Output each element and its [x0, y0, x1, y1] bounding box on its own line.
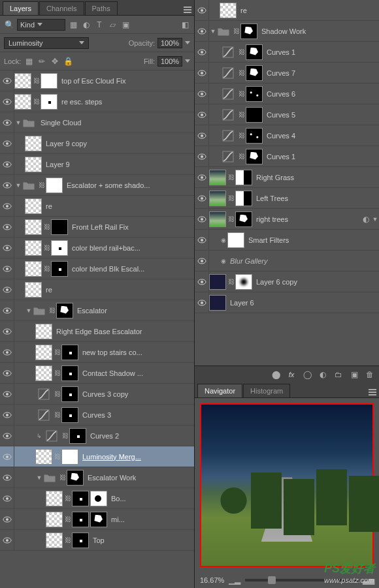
visibility-toggle[interactable]	[0, 405, 14, 426]
visibility-toggle[interactable]	[0, 279, 14, 300]
visibility-toggle[interactable]	[195, 0, 209, 21]
layer-name[interactable]: Curves 3	[80, 411, 194, 419]
layer-thumbnail[interactable]	[25, 157, 42, 172]
layer-name[interactable]: Escalator Work	[85, 474, 194, 482]
visibility-toggle[interactable]	[0, 70, 14, 91]
layer-thumbnail[interactable]	[46, 491, 63, 506]
layer-row[interactable]: ↳⛓Curves 2	[0, 426, 194, 446]
layer-row[interactable]: ⛓Layer 6 copy	[195, 271, 379, 292]
visibility-toggle[interactable]	[0, 258, 14, 279]
layer-row[interactable]: ▼⛓Escalator + some shado...	[0, 175, 194, 196]
lock-paint-icon[interactable]: ✏	[37, 56, 47, 67]
layer-name[interactable]: right trees	[254, 215, 361, 223]
visibility-toggle[interactable]	[195, 209, 209, 230]
visibility-toggle[interactable]	[0, 196, 14, 217]
group-icon[interactable]: 🗀	[333, 369, 344, 380]
opacity-flyout-icon[interactable]	[185, 41, 190, 44]
layer-name[interactable]: Layer 6	[227, 299, 379, 307]
visibility-toggle[interactable]	[195, 230, 209, 251]
link-icon[interactable]: ⛓	[227, 211, 235, 227]
layer-row[interactable]: ⛓Left Trees	[195, 188, 379, 209]
zoom-value[interactable]: 16.67%	[200, 576, 224, 584]
visibility-toggle[interactable]	[0, 91, 14, 112]
filter-toggle-icon[interactable]: ◧	[180, 20, 190, 30]
visibility-toggle[interactable]	[0, 363, 14, 384]
layer-thumbnail[interactable]	[41, 94, 58, 110]
layer-thumbnail[interactable]	[246, 128, 263, 144]
layer-name[interactable]: re	[43, 202, 194, 210]
layer-name[interactable]: Curves 1	[264, 153, 379, 161]
link-icon[interactable]: ⛓	[238, 44, 246, 60]
filter-shape-icon[interactable]: ▱	[107, 20, 118, 30]
layer-name[interactable]: Blur Gallery	[227, 257, 379, 265]
layer-name[interactable]: Curves 2	[88, 432, 194, 440]
visibility-toggle[interactable]	[0, 217, 14, 238]
layer-name[interactable]: color blend rail+bac...	[69, 244, 194, 252]
layer-thumbnail[interactable]	[227, 232, 244, 248]
layer-thumbnail[interactable]	[61, 386, 78, 402]
layer-thumbnail[interactable]	[209, 295, 226, 311]
fx-icon[interactable]: fx	[286, 369, 297, 380]
lock-transparency-icon[interactable]: ▦	[24, 56, 34, 67]
visibility-toggle[interactable]	[195, 251, 209, 271]
layer-row[interactable]: ⛓Bo...	[0, 488, 194, 509]
layer-thumbnail[interactable]	[46, 512, 63, 527]
layer-thumbnail[interactable]	[51, 219, 68, 235]
link-icon[interactable]: ⛓	[227, 191, 235, 206]
visibility-toggle[interactable]	[195, 84, 209, 104]
layer-name[interactable]: Escalator + some shado...	[64, 181, 194, 189]
link-icon[interactable]: ⛓	[227, 170, 235, 185]
expand-arrow-icon[interactable]: ▼	[209, 28, 217, 35]
lock-position-icon[interactable]: ✥	[50, 56, 60, 67]
layer-thumbnail[interactable]	[35, 365, 52, 381]
layer-name[interactable]: Single Cloud	[38, 119, 194, 127]
layer-name[interactable]: Right Edge Base Escalator	[54, 328, 194, 335]
layer-name[interactable]: Smart Filters	[246, 236, 379, 244]
link-icon[interactable]: ⛓	[54, 365, 61, 381]
visibility-toggle[interactable]	[0, 488, 14, 509]
visibility-toggle[interactable]	[0, 467, 14, 488]
link-icon[interactable]: ⛓	[61, 428, 69, 444]
layer-thumbnail[interactable]	[25, 282, 42, 298]
link-icon[interactable]: ⛓	[227, 274, 235, 290]
layer-thumbnail[interactable]	[235, 274, 252, 290]
link-layers-icon[interactable]: ⬤	[271, 369, 281, 380]
layer-thumbnail[interactable]	[25, 219, 42, 235]
layer-thumbnail[interactable]	[25, 261, 42, 277]
layer-row[interactable]: ⛓Curves 5	[195, 104, 379, 125]
link-icon[interactable]: ⛓	[54, 449, 61, 465]
layer-thumbnail[interactable]	[90, 512, 107, 527]
layer-thumbnail[interactable]	[72, 533, 89, 548]
layer-list-left[interactable]: ⛓top of Esc Cloud Fix⛓re esc. steps▼Sing…	[0, 70, 194, 588]
navigator-preview[interactable]	[200, 403, 374, 567]
fill-flyout-icon[interactable]	[185, 59, 190, 63]
layer-list-right[interactable]: re▼⛓Shadow Work⛓Curves 1⛓Curves 7⛓Curves…	[195, 0, 379, 365]
tab-histogram[interactable]: Histogram	[243, 384, 290, 397]
filter-type-icon[interactable]: T	[94, 20, 105, 30]
link-icon[interactable]: ⛓	[48, 303, 56, 318]
visibility-toggle[interactable]	[195, 104, 209, 125]
layer-thumbnail[interactable]	[235, 211, 252, 227]
layer-row[interactable]: ⛓Curves 6	[195, 84, 379, 104]
layer-row[interactable]: re	[195, 0, 379, 21]
tab-channels[interactable]: Channels	[39, 1, 84, 15]
layer-thumbnail[interactable]	[209, 191, 226, 206]
visibility-toggle[interactable]	[0, 175, 14, 196]
layer-row[interactable]: ⛓Curves 1	[195, 146, 379, 167]
layer-thumbnail[interactable]	[51, 261, 68, 277]
tab-paths[interactable]: Paths	[85, 1, 118, 15]
layer-thumbnail[interactable]	[246, 44, 263, 60]
layer-thumbnail[interactable]	[67, 470, 84, 486]
layer-thumbnail[interactable]	[246, 149, 263, 164]
layer-thumbnail[interactable]	[46, 533, 63, 548]
link-icon[interactable]: ⛓	[64, 533, 72, 548]
filter-kind-select[interactable]: Kind	[17, 19, 65, 31]
zoom-out-icon[interactable]: ▁▂	[229, 575, 240, 585]
layer-name[interactable]: Curves 6	[264, 90, 379, 98]
visibility-toggle[interactable]	[0, 509, 14, 530]
layer-name[interactable]: Shadow Work	[259, 27, 379, 35]
layer-row[interactable]: ▼⛓Shadow Work	[195, 21, 379, 42]
mask-icon[interactable]: ◯	[302, 369, 312, 380]
layer-row[interactable]: ⛓new top stairs co...	[0, 342, 194, 363]
layer-name[interactable]: Contact Shadow ...	[80, 369, 194, 377]
